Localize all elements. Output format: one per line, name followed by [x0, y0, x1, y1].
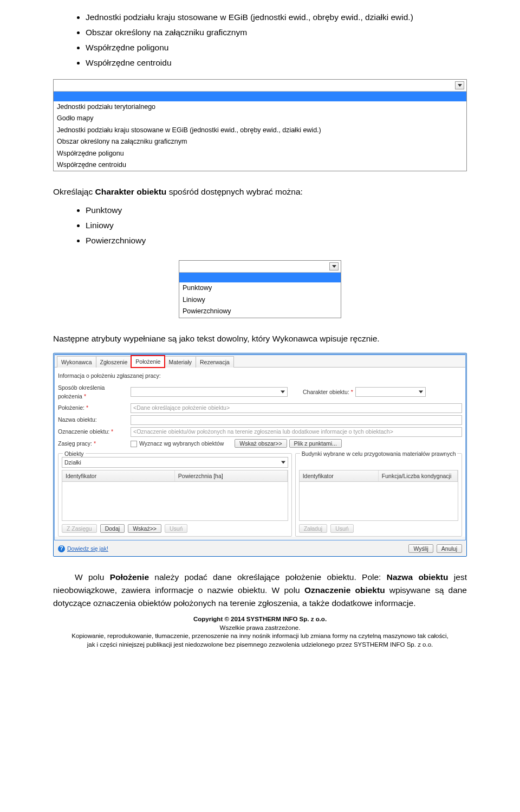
tab-rezerwacja[interactable]: Rezerwacja [196, 356, 234, 368]
text-bold: Położenie [110, 572, 149, 582]
wyslij-button[interactable]: Wyślij [408, 544, 433, 553]
dropdown-option[interactable]: Współrzędne poligonu [54, 148, 466, 159]
group-label: Budynki wybrane w celu przygotowania mat… [300, 449, 458, 458]
table-header: Identyfikator Funkcja/Liczba kondygnacji [299, 470, 458, 482]
label-nazwa: Nazwa obiektu: [58, 415, 128, 424]
list-item: Liniowy [86, 219, 467, 232]
tabs-row: Wykonawca Zgłoszenie Położenie Materiały… [55, 355, 465, 367]
list-item: Jednostki podziału kraju stosowane w EGi… [86, 11, 467, 24]
dropdown-option[interactable]: Obszar określony na załączniku graficzny… [54, 136, 466, 147]
footer-line4: jak i części niniejszej publikacji jest … [53, 641, 467, 649]
help-link[interactable]: ? Dowiedz się jak! [58, 544, 108, 553]
list-item: Obszar określony na załączniku graficzny… [86, 26, 467, 39]
help-icon: ? [58, 545, 65, 552]
table-body[interactable] [62, 482, 288, 521]
table-header: Identyfikator Powierzchnia [ha] [62, 470, 288, 482]
dropdown-selected-blank [179, 273, 341, 282]
col-ident2: Identyfikator [300, 471, 379, 481]
list-item: Powierzchniowy [86, 234, 467, 247]
dropdown-header[interactable] [179, 261, 341, 273]
nazwa-input[interactable]: . [131, 415, 462, 425]
usun2-button[interactable]: Usuń [330, 524, 354, 533]
dropdown-header[interactable] [54, 80, 466, 92]
footer-rights: Wszelkie prawa zastrzeżone. [53, 624, 467, 633]
list-item: Współrzędne centroidu [86, 56, 467, 69]
mid-bullet-list: Punktowy Liniowy Powierzchniowy [86, 204, 467, 247]
paragraph-polozenie: W polu Położenie należy podać dane okreś… [53, 571, 467, 610]
wskaz-button[interactable]: Wskaż>> [128, 524, 161, 533]
sposob-combo[interactable]: . [131, 387, 288, 397]
paragraph-charakter: Określając Charakter obiektu spośród dos… [53, 185, 467, 198]
list-item: Współrzędne poligonu [86, 41, 467, 54]
charakter-combo[interactable]: . [355, 387, 426, 397]
dropdown-option[interactable]: Godło mapy [54, 113, 466, 124]
wskaz-obszar-button[interactable]: Wskaż obszar>> [235, 439, 287, 448]
col-funkcja: Funkcja/Liczba kondygnacji [379, 471, 458, 481]
top-bullet-list: Jednostki podziału kraju stosowane w EGi… [86, 11, 467, 69]
chevron-down-icon[interactable] [329, 262, 339, 270]
dropdown-option[interactable]: Punktowy [179, 282, 341, 294]
label-charakter: Charakter obiektu: * [303, 388, 353, 396]
text-bold: Oznaczenie obiektu [304, 585, 385, 595]
oznaczenie-input[interactable]: <Oznaczenie obiektu/ów położonych na ter… [131, 427, 462, 437]
zasieg-checkbox[interactable]: Wyznacz wg wybranych obiektów [131, 439, 224, 448]
footer-copyright: Copyright © 2014 SYSTHERM INFO Sp. z o.o… [53, 615, 467, 624]
tab-polozenie[interactable]: Położenie [131, 356, 165, 368]
label-sposob: Sposób określenia położenia * [58, 383, 128, 401]
dropdown-option[interactable]: Liniowy [179, 294, 341, 306]
info-line: Informacja o położeniu zgłaszanej pracy: [58, 371, 462, 380]
zaladuj-button[interactable]: Załaduj [299, 524, 327, 533]
chevron-down-icon[interactable] [455, 81, 464, 89]
table-body[interactable] [299, 482, 458, 521]
dodaj-button[interactable]: Dodaj [100, 524, 125, 533]
text-bold: Charakter obiektu [95, 187, 167, 196]
dropdown-option[interactable]: Jednostki podziału kraju stosowane w EGi… [54, 125, 466, 136]
text: należy podać dane określające położenie … [149, 572, 387, 582]
col-pow: Powierzchnia [ha] [175, 471, 288, 481]
plik-button[interactable]: Plik z punktami... [289, 439, 342, 448]
footer-line3: Kopiowanie, reprodukowanie, tłumaczenie,… [53, 632, 467, 641]
dzialki-combo[interactable]: Działki [62, 457, 288, 468]
text-bold: Nazwa obiektu [387, 572, 448, 582]
page-footer: Copyright © 2014 SYSTHERM INFO Sp. z o.o… [53, 615, 467, 649]
col-ident: Identyfikator [62, 471, 175, 481]
dropdown-option[interactable]: Powierzchniowy [179, 306, 341, 317]
dropdown-option[interactable]: Jednostki podziału terytorialnego [54, 101, 466, 113]
tab-materialy[interactable]: Materiały [164, 356, 196, 368]
label-polozenie: Położenie: * [58, 403, 128, 412]
dropdown-selected-blank [54, 92, 466, 101]
dropdown-screenshot-2: Punktowy Liniowy Powierzchniowy [179, 260, 341, 318]
group-budynki: Budynki wybrane w celu przygotowania mat… [295, 453, 462, 537]
group-obiekty: Obiekty Działki Identyfikator Powierzchn… [58, 453, 292, 537]
form-screenshot: Wykonawca Zgłoszenie Położenie Materiały… [53, 353, 467, 557]
label-oznaczenie: Oznaczenie obiektu: * [58, 427, 128, 436]
tab-wykonawca[interactable]: Wykonawca [57, 356, 96, 368]
dropdown-option[interactable]: Współrzędne centroidu [54, 159, 466, 171]
text: spośród dostępnych wybrać można: [166, 187, 303, 196]
paragraph-atrybuty: Następne atrybuty wypełniane są jako tek… [53, 332, 467, 345]
zzasiegu-button[interactable]: Z Zasięgu [62, 524, 97, 533]
label-zasieg: Zasięg pracy: * [58, 439, 128, 448]
polozenie-input[interactable]: <Dane określające położenie obiektu> [131, 403, 462, 413]
dropdown-screenshot-1: Jednostki podziału terytorialnego Godło … [53, 79, 467, 171]
text: W polu [75, 572, 110, 582]
usun-button[interactable]: Usuń [165, 524, 188, 533]
text: Określając [53, 187, 95, 196]
list-item: Punktowy [86, 204, 467, 217]
tab-zgloszenie[interactable]: Zgłoszenie [96, 356, 132, 368]
anuluj-button[interactable]: Anuluj [437, 544, 462, 553]
